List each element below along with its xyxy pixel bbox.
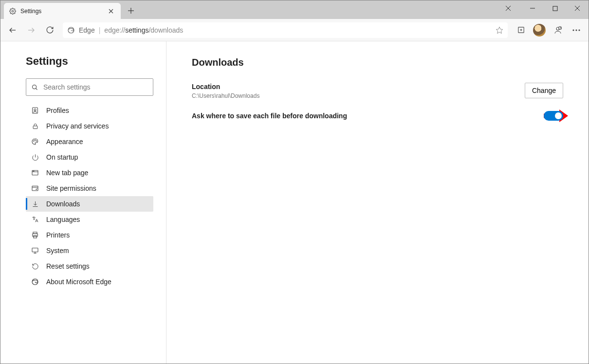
svg-point-24 [33, 85, 37, 89]
feedback-button[interactable]: ✦ [550, 22, 566, 38]
window-close-button-2[interactable] [566, 0, 589, 16]
nav-label: Downloads [46, 200, 80, 208]
svg-marker-14 [496, 27, 502, 33]
new-tab-button[interactable] [124, 3, 138, 18]
gear-icon [9, 7, 17, 15]
window-close-button[interactable] [497, 0, 519, 16]
newtab-icon [31, 169, 39, 177]
content-area: Settings Profiles Privacy and services A… [0, 41, 589, 364]
nav-privacy[interactable]: Privacy and services [26, 118, 153, 134]
nav-reset[interactable]: Reset settings [26, 258, 153, 274]
svg-point-21 [572, 29, 574, 31]
nav-label: About Microsoft Edge [46, 278, 111, 286]
address-bar[interactable]: Edge | edge://settings/downloads [63, 22, 508, 38]
location-path: C:\Users\rahul\Downloads [192, 92, 259, 99]
settings-main-panel: Downloads Location C:\Users\rahul\Downlo… [166, 41, 589, 364]
power-icon [31, 154, 39, 161]
collections-button[interactable] [513, 22, 529, 38]
svg-rect-26 [33, 108, 38, 113]
back-button[interactable] [4, 22, 21, 38]
download-icon [31, 200, 39, 208]
svg-point-23 [578, 29, 580, 31]
svg-point-31 [36, 141, 37, 141]
settings-nav: Profiles Privacy and services Appearance… [26, 103, 153, 290]
window-maximize-button[interactable] [544, 0, 566, 16]
lock-icon [31, 123, 39, 130]
site-identity-label: Edge [79, 26, 95, 34]
nav-label: Privacy and services [46, 122, 109, 130]
nav-about[interactable]: About Microsoft Edge [26, 274, 153, 290]
search-input[interactable] [43, 83, 148, 91]
nav-printers[interactable]: Printers [26, 227, 153, 243]
nav-newtab[interactable]: New tab page [26, 165, 153, 181]
palette-icon [31, 138, 39, 146]
edge-logo-icon [31, 278, 39, 286]
svg-point-35 [33, 171, 34, 171]
svg-point-36 [34, 171, 34, 171]
printer-icon [31, 231, 39, 239]
svg-point-30 [35, 140, 35, 140]
nav-label: Languages [46, 216, 80, 223]
nav-label: Printers [46, 231, 70, 239]
settings-heading: Settings [26, 55, 153, 68]
profile-button[interactable] [531, 22, 548, 38]
url-text: edge://settings/downloads [104, 26, 492, 34]
titlebar: Settings [0, 0, 589, 19]
nav-downloads[interactable]: Downloads [26, 196, 153, 212]
svg-line-25 [36, 88, 37, 90]
browser-toolbar: Edge | edge://settings/downloads ✦ [0, 19, 589, 41]
nav-label: Appearance [46, 138, 83, 146]
ask-before-row: Ask where to save each file before downl… [192, 111, 563, 121]
profile-icon [31, 107, 39, 114]
window-minimize-button[interactable] [521, 0, 544, 16]
search-settings-field[interactable] [26, 78, 153, 96]
ask-before-toggle[interactable] [544, 111, 563, 121]
tab-title: Settings [20, 8, 106, 15]
change-location-button[interactable]: Change [525, 83, 563, 98]
page-title: Downloads [192, 57, 563, 68]
ask-before-label: Ask where to save each file before downl… [192, 112, 347, 120]
nav-site-permissions[interactable]: Site permissions [26, 181, 153, 196]
browser-tab[interactable]: Settings [4, 3, 121, 19]
svg-rect-44 [32, 248, 38, 252]
svg-text:✦: ✦ [559, 27, 561, 29]
address-separator: | [99, 26, 101, 34]
nav-label: On startup [46, 153, 78, 161]
window-controls [497, 0, 589, 16]
nav-label: Profiles [46, 107, 69, 114]
permissions-icon [31, 184, 39, 192]
nav-startup[interactable]: On startup [26, 149, 153, 165]
nav-languages[interactable]: Languages [26, 212, 153, 227]
svg-rect-8 [553, 6, 557, 11]
location-row: Location C:\Users\rahul\Downloads Change [192, 83, 563, 99]
menu-button[interactable] [568, 22, 585, 38]
svg-rect-43 [34, 236, 37, 238]
system-icon [31, 247, 39, 255]
nav-label: New tab page [46, 169, 88, 177]
edge-icon [67, 26, 75, 34]
reset-icon [31, 263, 39, 270]
language-icon [31, 216, 39, 223]
avatar [533, 24, 546, 36]
search-icon [31, 84, 38, 91]
nav-label: Site permissions [46, 184, 96, 192]
svg-point-29 [34, 141, 34, 141]
svg-point-27 [34, 109, 36, 111]
location-label: Location [192, 83, 259, 91]
refresh-button[interactable] [41, 22, 58, 38]
nav-profiles[interactable]: Profiles [26, 103, 153, 118]
svg-point-0 [12, 10, 14, 12]
favorite-icon[interactable] [496, 26, 503, 34]
svg-point-22 [575, 29, 577, 31]
nav-label: Reset settings [46, 262, 90, 270]
forward-button[interactable] [23, 22, 39, 38]
nav-label: System [46, 247, 69, 255]
nav-appearance[interactable]: Appearance [26, 134, 153, 149]
settings-sidebar: Settings Profiles Privacy and services A… [0, 41, 166, 364]
svg-rect-28 [33, 126, 37, 128]
tab-close-button[interactable] [106, 6, 116, 16]
nav-system[interactable]: System [26, 243, 153, 258]
